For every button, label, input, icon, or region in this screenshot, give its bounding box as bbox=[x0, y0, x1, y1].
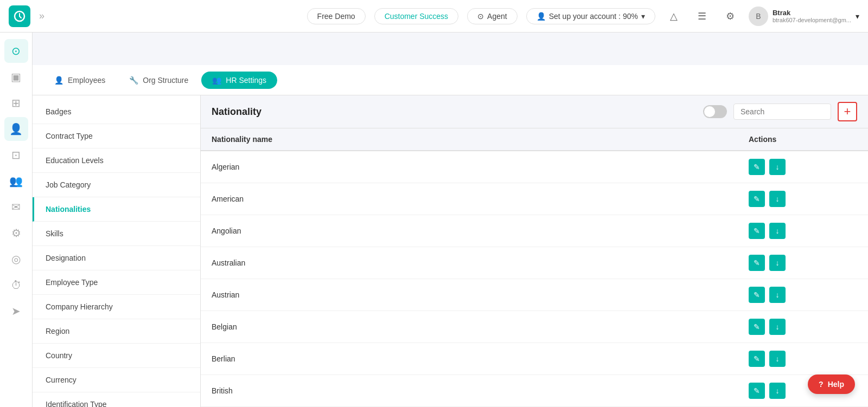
tab-org-structure[interactable]: 🔧 Org Structure bbox=[118, 72, 199, 89]
download-button-australian[interactable]: ↓ bbox=[769, 255, 786, 271]
sidebar-icon-briefcase[interactable]: ⊡ bbox=[4, 143, 28, 167]
menu-item-job-category[interactable]: Job Category bbox=[33, 173, 200, 197]
table-row: Algerian ✎ ↓ bbox=[201, 151, 868, 183]
user-name: Btrak bbox=[773, 9, 851, 17]
edit-button-australian[interactable]: ✎ bbox=[749, 255, 765, 271]
employees-tab-icon: 👤 bbox=[54, 76, 63, 85]
sidebar-icon-settings[interactable]: ⚙ bbox=[4, 221, 28, 245]
nationality-name-australian: Australian bbox=[212, 259, 749, 267]
menu-item-region[interactable]: Region bbox=[33, 319, 200, 344]
menu-item-identification-type[interactable]: Identification Type bbox=[33, 392, 200, 407]
actions-cell: ✎ ↓ bbox=[749, 319, 857, 335]
actions-cell: ✎ ↓ bbox=[749, 223, 857, 239]
nationality-name-berlian: Berlian bbox=[212, 354, 749, 363]
edit-button-belgian[interactable]: ✎ bbox=[749, 319, 765, 335]
panel-title: Nationality bbox=[212, 106, 697, 118]
sidebar-icon-tv[interactable]: ▣ bbox=[4, 65, 28, 89]
download-button-american[interactable]: ↓ bbox=[769, 191, 786, 207]
edit-button-berlian[interactable]: ✎ bbox=[749, 351, 765, 367]
content-area: Badges Contract Type Education Levels Jo… bbox=[33, 95, 868, 407]
tab-hr-settings[interactable]: 👥 HR Settings bbox=[201, 72, 277, 89]
download-button-angolian[interactable]: ↓ bbox=[769, 223, 786, 239]
table-row: American ✎ ↓ bbox=[201, 183, 868, 215]
col-actions: Actions bbox=[749, 135, 857, 144]
org-structure-tab-icon: 🔧 bbox=[129, 76, 138, 85]
table-row: Australian ✎ ↓ bbox=[201, 247, 868, 279]
customer-success-button[interactable]: Customer Success bbox=[374, 8, 458, 24]
nationality-name-algerian: Algerian bbox=[212, 163, 749, 171]
user-email: btrak607-development@gm... bbox=[773, 17, 851, 23]
main-content: 👤 Employees 🔧 Org Structure 👥 HR Setting… bbox=[33, 33, 868, 407]
download-button-austrian[interactable]: ↓ bbox=[769, 287, 786, 303]
edit-button-austrian[interactable]: ✎ bbox=[749, 287, 765, 303]
setup-button[interactable]: 👤 Set up your account : 90% ▾ bbox=[526, 8, 655, 24]
sidebar-icon-clock[interactable]: ⊙ bbox=[4, 39, 28, 63]
agent-icon: ⊙ bbox=[477, 12, 484, 21]
download-button-algerian[interactable]: ↓ bbox=[769, 159, 786, 175]
nationality-name-american: American bbox=[212, 195, 749, 203]
nationality-table: Nationality name Actions Algerian ✎ ↓ Am… bbox=[201, 128, 868, 407]
download-button-belgian[interactable]: ↓ bbox=[769, 319, 786, 335]
table-row: Austrian ✎ ↓ bbox=[201, 279, 868, 311]
user-chevron-icon: ▾ bbox=[856, 12, 859, 21]
document-icon-button[interactable]: ☰ bbox=[692, 7, 712, 26]
edit-button-algerian[interactable]: ✎ bbox=[749, 159, 765, 175]
tab-employees[interactable]: 👤 Employees bbox=[43, 72, 116, 89]
menu-item-company-hierarchy[interactable]: Company Hierarchy bbox=[33, 295, 200, 319]
nationality-name-angolian: Angolian bbox=[212, 227, 749, 235]
chevron-down-icon: ▾ bbox=[641, 12, 645, 21]
nav-more-icon[interactable]: » bbox=[39, 10, 44, 22]
actions-cell: ✎ ↓ bbox=[749, 159, 857, 175]
help-circle-icon: ? bbox=[819, 380, 824, 389]
sidebar-icon-person[interactable]: 👤 bbox=[4, 117, 28, 141]
table-header: Nationality name Actions bbox=[201, 128, 868, 151]
menu-item-designation[interactable]: Designation bbox=[33, 246, 200, 270]
edit-button-british[interactable]: ✎ bbox=[749, 383, 765, 399]
menu-item-contract-type[interactable]: Contract Type bbox=[33, 124, 200, 148]
actions-cell: ✎ ↓ bbox=[749, 351, 857, 367]
col-nationality-name: Nationality name bbox=[212, 135, 749, 144]
sidebar-icon-user2[interactable]: ◎ bbox=[4, 247, 28, 271]
menu-item-badges[interactable]: Badges bbox=[33, 100, 200, 124]
user-info: Btrak btrak607-development@gm... bbox=[773, 9, 851, 23]
setup-icon: 👤 bbox=[537, 12, 546, 21]
actions-cell: ✎ ↓ bbox=[749, 287, 857, 303]
edit-button-angolian[interactable]: ✎ bbox=[749, 223, 765, 239]
nationality-name-belgian: Belgian bbox=[212, 322, 749, 331]
sidebar-icon-mail[interactable]: ✉ bbox=[4, 195, 28, 219]
actions-cell: ✎ ↓ bbox=[749, 255, 857, 271]
table-row: British ✎ ↓ bbox=[201, 375, 868, 407]
toggle-switch[interactable] bbox=[703, 105, 727, 118]
nationality-name-british: British bbox=[212, 386, 749, 395]
agent-button[interactable]: ⊙ Agent bbox=[467, 8, 518, 24]
user-menu[interactable]: B Btrak btrak607-development@gm... ▾ bbox=[749, 7, 859, 26]
download-button-british[interactable]: ↓ bbox=[769, 383, 786, 399]
menu-item-country[interactable]: Country bbox=[33, 344, 200, 368]
sub-tabs: 👤 Employees 🔧 Org Structure 👥 HR Setting… bbox=[33, 65, 868, 95]
logo-button[interactable] bbox=[9, 5, 30, 27]
actions-cell: ✎ ↓ bbox=[749, 191, 857, 207]
menu-item-nationalities[interactable]: Nationalities bbox=[33, 197, 200, 222]
add-button[interactable]: + bbox=[838, 102, 857, 121]
table-row: Angolian ✎ ↓ bbox=[201, 215, 868, 247]
free-demo-button[interactable]: Free Demo bbox=[307, 8, 366, 24]
nationality-name-austrian: Austrian bbox=[212, 290, 749, 299]
help-button[interactable]: ? Help bbox=[808, 374, 855, 394]
menu-item-currency[interactable]: Currency bbox=[33, 368, 200, 392]
search-input[interactable] bbox=[733, 104, 831, 120]
menu-item-education-levels[interactable]: Education Levels bbox=[33, 148, 200, 173]
sidebar-icon-send[interactable]: ➤ bbox=[4, 299, 28, 323]
menu-item-skills[interactable]: Skills bbox=[33, 222, 200, 246]
sidebar-icon-calendar[interactable]: ⊞ bbox=[4, 91, 28, 115]
table-row: Belgian ✎ ↓ bbox=[201, 311, 868, 343]
sidebar-icon-group[interactable]: 👥 bbox=[4, 169, 28, 193]
edit-button-american[interactable]: ✎ bbox=[749, 191, 765, 207]
right-panel: Nationality + Nationality name Actions A… bbox=[201, 95, 868, 407]
alert-icon-button[interactable]: △ bbox=[664, 7, 684, 26]
gear-icon-button[interactable]: ⚙ bbox=[720, 7, 740, 26]
menu-item-employee-type[interactable]: Employee Type bbox=[33, 270, 200, 295]
table-row: Berlian ✎ ↓ bbox=[201, 343, 868, 375]
download-button-berlian[interactable]: ↓ bbox=[769, 351, 786, 367]
sidebar-icon-timer[interactable]: ⏱ bbox=[4, 273, 28, 297]
left-sidebar: ⊙ ▣ ⊞ 👤 ⊡ 👥 ✉ ⚙ ◎ ⏱ ➤ bbox=[0, 33, 33, 407]
